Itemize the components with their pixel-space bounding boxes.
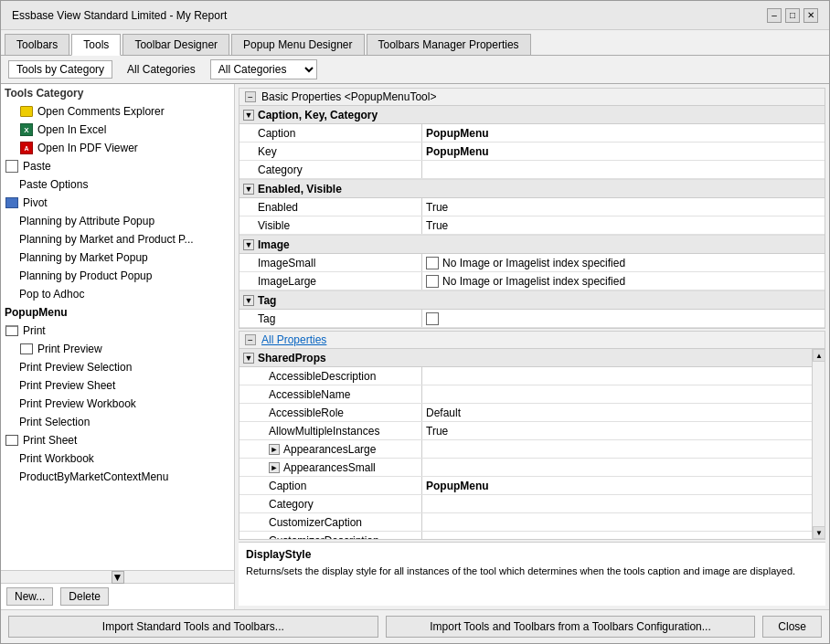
list-item-planning-market-popup[interactable]: Planning by Market Popup [1, 248, 234, 267]
list-item-print-preview-workbook[interactable]: Print Preview Workbook [1, 395, 234, 413]
prop-row-caption: Caption PopupMenu [239, 124, 825, 143]
expand-sharedprops-btn[interactable]: ▼ [243, 353, 254, 364]
list-item-print-sheet[interactable]: Print Sheet [1, 431, 234, 449]
prop-row-tag: Tag [239, 310, 825, 328]
group-tag-header: ▼ Tag [239, 291, 825, 310]
list-item-print-preview-selection[interactable]: Print Preview Selection [1, 358, 234, 376]
close-dialog-button[interactable]: Close [762, 616, 822, 638]
list-item-pop-adhoc[interactable]: Pop to Adhoc [1, 285, 234, 303]
tab-toolbars[interactable]: Toolbars [5, 34, 69, 55]
all-props-scrollbar[interactable]: ▲ ▼ [812, 349, 825, 539]
expand-image-btn[interactable]: ▼ [243, 239, 254, 250]
imagelarge-checkbox[interactable] [426, 275, 439, 288]
group-image-header: ▼ Image [239, 236, 825, 254]
prop-all-customizer-caption: CustomizerCaption [239, 513, 812, 532]
scroll-down-left[interactable]: ▼ [112, 571, 124, 584]
expand-appearances-large-btn[interactable]: ► [269, 444, 280, 455]
prop-row-key: Key PopupMenu [239, 143, 825, 161]
tab-tools[interactable]: Tools [71, 34, 121, 56]
prop-all-appearances-small: ► AppearancesSmall [239, 459, 812, 477]
tag-value-box[interactable] [426, 312, 439, 325]
list-item-planning-attr[interactable]: Planning by Attribute Popup [1, 212, 234, 230]
sub-tab-all-categories[interactable]: All Categories [120, 61, 203, 78]
section-tools-category: Tools Category [1, 84, 234, 102]
import-standard-button[interactable]: Import Standard Tools and Toolbars... [8, 616, 378, 638]
minimize-button[interactable]: – [767, 8, 782, 23]
main-content: Tools Category Open Comments Explorer X … [1, 84, 829, 609]
all-properties-title: All Properties [261, 333, 326, 346]
basic-properties-section: − Basic Properties <PopupMenuTool> ▼ Cap… [239, 88, 825, 329]
scroll-down-btn[interactable]: ▼ [813, 526, 825, 539]
prop-all-caption: Caption PopupMenu [239, 477, 812, 495]
all-properties-table-wrapper: ▼ SharedProps AccessibleDescription Acce… [239, 349, 825, 539]
main-tab-bar: Toolbars Tools Toolbar Designer Popup Me… [1, 30, 829, 56]
pdf-icon: A [19, 141, 34, 155]
delete-button[interactable]: Delete [60, 587, 109, 606]
list-item-open-comments[interactable]: Open Comments Explorer [1, 102, 234, 121]
collapse-basic-btn[interactable]: − [245, 91, 256, 102]
prop-all-customizer-description: CustomizerDescription [239, 532, 812, 539]
close-button[interactable]: ✕ [803, 8, 818, 23]
list-item-pivot[interactable]: Pivot [1, 194, 234, 212]
window-title: Essbase View Standard Limited - My Repor… [12, 9, 227, 22]
list-item-popup-menu[interactable]: PopupMenu [1, 303, 234, 322]
print-preview-icon [19, 342, 34, 356]
left-panel-bottom: New... Delete [1, 583, 234, 609]
print-sheet-icon [5, 433, 19, 448]
prop-row-visible: Visible True [239, 216, 825, 235]
title-controls: – □ ✕ [767, 8, 818, 23]
list-item-planning-market-product[interactable]: Planning by Market and Product P... [1, 230, 234, 248]
list-item-print[interactable]: Print [1, 322, 234, 340]
imagesmall-checkbox[interactable] [426, 257, 439, 269]
left-panel: Tools Category Open Comments Explorer X … [1, 84, 235, 609]
list-item-print-workbook[interactable]: Print Workbook [1, 449, 234, 468]
description-title: DisplayStyle [246, 548, 818, 561]
list-item-open-excel[interactable]: X Open In Excel [1, 121, 234, 139]
list-item-planning-product-popup[interactable]: Planning by Product Popup [1, 267, 234, 285]
collapse-all-btn[interactable]: − [245, 334, 256, 345]
maximize-button[interactable]: □ [785, 8, 800, 23]
list-item-product-by-market[interactable]: ProductByMarketContextMenu [1, 468, 234, 486]
group-enabled-header: ▼ Enabled, Visible [239, 180, 825, 198]
prop-row-category: Category [239, 161, 825, 179]
prop-row-imagelarge: ImageLarge No Image or Imagelist index s… [239, 272, 825, 290]
list-item-print-selection[interactable]: Print Selection [1, 413, 234, 431]
group-image: ▼ Image ImageSmall No Image or Imagelist… [239, 236, 825, 291]
group-tag: ▼ Tag Tag [239, 291, 825, 328]
right-panel: − Basic Properties <PopupMenuTool> ▼ Cap… [235, 84, 829, 609]
list-item-print-preview[interactable]: Print Preview [1, 340, 234, 358]
basic-properties-header: − Basic Properties <PopupMenuTool> [239, 89, 825, 106]
expand-tag-btn[interactable]: ▼ [243, 295, 254, 306]
tab-toolbars-manager-properties[interactable]: Toolbars Manager Properties [367, 34, 531, 55]
import-config-button[interactable]: Import Tools and Toolbars from a Toolbar… [386, 616, 756, 638]
print-icon [5, 323, 19, 338]
tab-popup-menu-designer[interactable]: Popup Menu Designer [231, 34, 364, 55]
expand-appearances-small-btn[interactable]: ► [269, 462, 280, 473]
tab-toolbar-designer[interactable]: Toolbar Designer [122, 34, 229, 55]
list-item-paste-options[interactable]: Paste Options [1, 175, 234, 194]
comment-icon [19, 104, 34, 119]
expand-enabled-btn[interactable]: ▼ [243, 184, 254, 195]
all-properties-table: ▼ SharedProps AccessibleDescription Acce… [239, 349, 812, 539]
bottom-bar: Import Standard Tools and Toolbars... Im… [1, 609, 829, 643]
main-window: Essbase View Standard Limited - My Repor… [0, 0, 830, 644]
group-caption-header: ▼ Caption, Key, Category [239, 106, 825, 124]
category-dropdown[interactable]: All Categories [210, 59, 317, 79]
list-item-paste[interactable]: Paste [1, 157, 234, 175]
new-button[interactable]: New... [6, 587, 53, 606]
list-item-open-pdf[interactable]: A Open In PDF Viewer [1, 139, 234, 157]
excel-icon: X [19, 122, 34, 137]
sub-tab-by-category[interactable]: Tools by Category [8, 60, 112, 79]
list-item-print-preview-sheet[interactable]: Print Preview Sheet [1, 376, 234, 395]
prop-all-accessible-name: AccessibleName [239, 385, 812, 404]
prop-all-allow-multiple: AllowMultipleInstances True [239, 422, 812, 440]
scroll-up-btn[interactable]: ▲ [813, 349, 825, 362]
all-properties-section: − All Properties ▼ SharedProps [239, 331, 825, 540]
sharedprops-header: ▼ SharedProps [239, 349, 812, 367]
prop-row-enabled: Enabled True [239, 198, 825, 216]
all-properties-header: − All Properties [239, 332, 825, 349]
tools-list: Tools Category Open Comments Explorer X … [1, 84, 234, 570]
description-text: Returns/sets the display style for all i… [246, 565, 818, 578]
prop-all-category: Category [239, 495, 812, 513]
expand-caption-btn[interactable]: ▼ [243, 110, 254, 121]
